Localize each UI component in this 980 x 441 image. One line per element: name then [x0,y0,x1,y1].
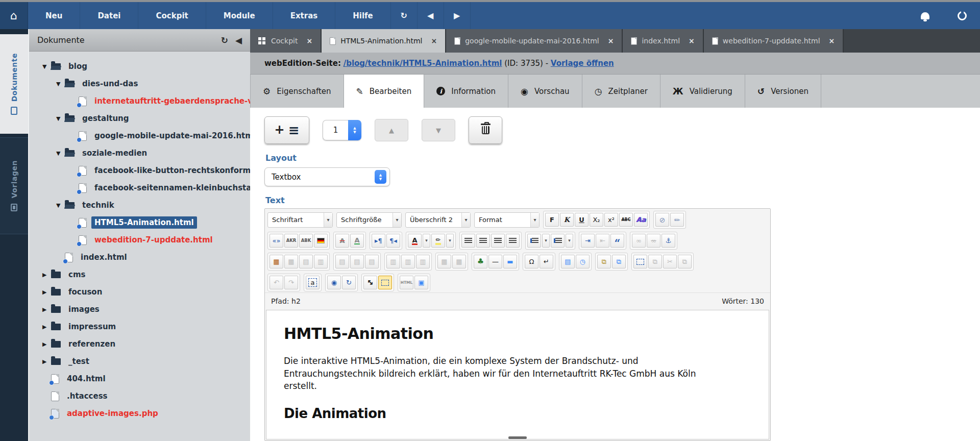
select-all-button[interactable] [633,255,647,268]
doc-tab[interactable]: google-mobile-update-mai-2016.html× [446,29,623,53]
highlight-menu-button[interactable]: ▾ [446,234,454,248]
expander-icon[interactable]: ▶ [42,306,51,313]
row-properties-button[interactable]: ▤ [299,255,313,268]
tab-validierung[interactable]: ЖValidierung [660,75,745,108]
numbered-list-menu-button[interactable]: ▾ [566,234,573,248]
menu-item-cockpit[interactable]: Cockpit [138,2,206,29]
tree-item[interactable]: internetauftritt-gebaerdensprache-video [29,92,250,110]
tree-item[interactable]: ▼technik [29,197,250,214]
strikethrough-button[interactable]: ABC [619,213,633,227]
column-after-button[interactable]: ▥ [416,255,430,268]
tab-eigenschaften[interactable]: ⚙Eigenschaften [251,75,344,108]
resize-handle[interactable] [508,436,527,439]
tree-item[interactable]: facebook-seitennamen-kleinbuchstaben [29,179,250,197]
rail-tab-vorlagen[interactable]: Vorlagen [0,137,28,234]
direction-ltr-button[interactable]: ▸¶ [372,234,385,248]
cell-properties-button[interactable]: ▥ [314,255,328,268]
outdent-button[interactable]: ⇤ [596,234,609,248]
tab-information[interactable]: iInformation [424,75,508,108]
font-styles-button[interactable]: Aa [634,213,648,227]
cut-button[interactable]: ✂ [663,255,677,268]
expander-icon[interactable]: ▶ [42,358,51,365]
doc-tab[interactable]: index.html× [623,29,703,53]
format-select[interactable]: Format▾ [474,212,540,228]
font-family-select[interactable]: Schriftart▾ [267,212,333,228]
bold-button[interactable]: F [545,213,559,227]
expander-icon[interactable]: ▼ [56,115,65,122]
align-left-button[interactable] [461,234,475,248]
tree-item[interactable]: webedition-7-upddate.html [29,231,250,249]
insert-image-button[interactable]: ♣ [474,255,487,268]
align-justify-button[interactable] [506,234,520,248]
find-replace-button[interactable]: ↻ [342,276,356,289]
tree-item[interactable]: .htaccess [29,387,250,405]
special-character-button[interactable]: Ω [525,255,538,268]
tree-item[interactable]: ▶_test [29,353,250,370]
mark-deleted-button[interactable]: A [335,234,349,248]
auto-format-button[interactable]: a [306,276,320,289]
insert-date-button[interactable]: ▤ [561,255,575,268]
stepper-buttons[interactable]: ▲ ▼ [348,120,361,140]
tab-bearbeiten[interactable]: ✎Bearbeiten [344,75,425,108]
menu-item-hilfe[interactable]: Hilfe [335,2,391,29]
superscript-button[interactable]: x² [604,213,618,227]
font-color-menu-button[interactable]: ▾ [423,234,430,248]
direction-rtl-button[interactable]: ¶◂ [386,234,400,248]
toggle-borders-button[interactable] [378,276,392,289]
tree-item[interactable]: ▶cms [29,266,250,283]
quotes-button[interactable]: «» [270,234,283,248]
home-button[interactable]: ⌂ [0,2,28,29]
expander-icon[interactable]: ▶ [42,272,51,278]
blockquote-button[interactable]: “ [610,234,624,248]
move-down-button[interactable]: ▼ [422,119,455,141]
expander-icon[interactable]: ▶ [42,341,51,348]
back-button[interactable]: ◀ [418,2,444,29]
doc-tab[interactable]: Cockpit× [250,29,322,53]
notifications-button[interactable] [909,2,944,29]
insert-row-above-button[interactable]: ▤ [335,255,349,268]
expander-icon[interactable]: ▼ [56,202,65,209]
expander-icon[interactable]: ▶ [42,289,51,296]
menu-item-extras[interactable]: Extras [273,2,336,29]
numbered-list-button[interactable] [551,234,565,248]
close-icon[interactable]: × [829,37,835,45]
block-count-value[interactable]: 1 [323,120,348,140]
bullet-list-button[interactable] [527,234,541,248]
tab-zeitplaner[interactable]: ◷Zeitplaner [582,75,660,108]
merge-cells-button[interactable]: ▦ [437,255,451,268]
expander-icon[interactable]: ▶ [42,324,51,330]
find-button[interactable]: ◉ [327,276,341,289]
anchor-button[interactable]: ⚓ [662,234,675,248]
align-center-button[interactable] [476,234,490,248]
indent-button[interactable]: ⇥ [581,234,595,248]
styled-rule-button[interactable]: ▬ [503,255,517,268]
tree-item[interactable]: ▼gestaltung [29,110,250,127]
highlight-button[interactable]: ✏ [431,234,445,248]
tab-vorschau[interactable]: ◉Vorschau [508,75,582,108]
remove-link-button[interactable]: ∞ [647,234,660,248]
tree-item[interactable]: ▶impressum [29,318,250,335]
undo-button[interactable]: ↶ [270,276,283,289]
italic-button[interactable]: K [560,213,574,227]
redo-button[interactable]: ↷ [284,276,298,289]
font-size-select[interactable]: Schriftgröße▾ [336,212,402,228]
editor-content-area[interactable]: HMTL5-Animation Die interaktive HTML5-An… [266,310,769,439]
open-template-link[interactable]: Vorlage öffnen [551,59,614,68]
tree-item[interactable]: ▼blog [29,58,250,75]
tree-item[interactable]: google-mobile-update-mai-2016.html [29,127,250,144]
close-icon[interactable]: × [431,37,437,45]
cleanup-button[interactable]: ✏ [670,213,684,227]
insert-link-button[interactable]: ∞ [632,234,646,248]
tree-item[interactable]: ▼dies-und-das [29,75,250,92]
expander-icon[interactable]: ▼ [56,150,65,157]
paste-word-button[interactable]: ⧉ [612,255,626,268]
tree-item[interactable]: index.html [29,249,250,266]
mark-inserted-button[interactable]: A [350,234,364,248]
insert-time-button[interactable]: ◷ [576,255,590,268]
close-icon[interactable]: × [306,37,312,45]
subscript-button[interactable]: X₂ [590,213,603,227]
delete-block-button[interactable] [469,116,502,144]
expander-icon[interactable]: ▼ [56,81,65,87]
bullet-list-menu-button[interactable]: ▾ [542,234,550,248]
html-source-button[interactable]: HTML [400,276,413,289]
